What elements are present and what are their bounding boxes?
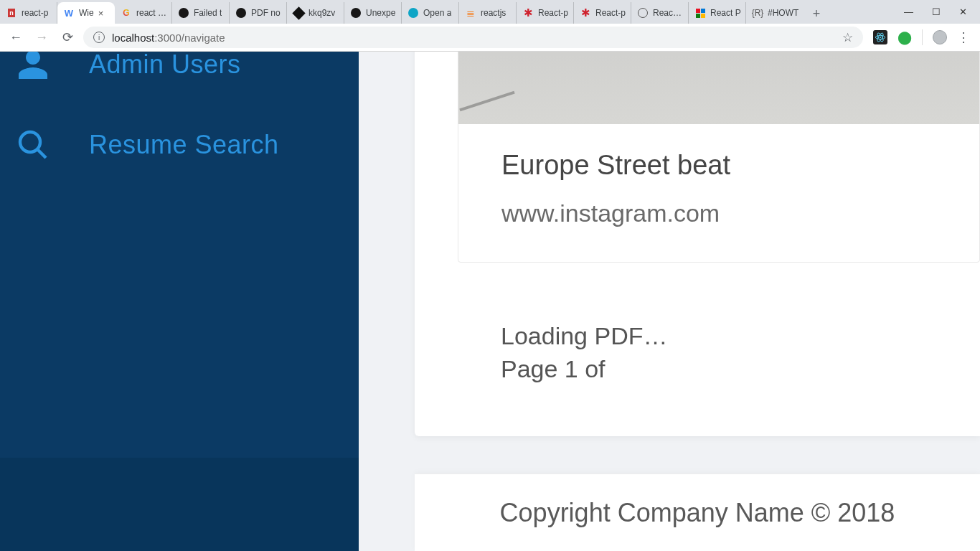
window-controls: ― ☐ ✕	[891, 0, 980, 24]
info-card: Europe Street beat www.instagram.com	[458, 52, 980, 263]
tab-label: Unexpe	[366, 8, 395, 18]
pdf-loading-text: Loading PDF…	[501, 320, 980, 353]
sidebar-footer-area	[0, 458, 359, 551]
site-info-icon[interactable]: i	[93, 32, 105, 43]
address-bar[interactable]: i localhost:3000/navigate ☆	[83, 27, 863, 48]
atom-icon: ✱	[580, 7, 591, 19]
tab-failed-github[interactable]: Failed t	[172, 2, 230, 24]
atom-icon: ✱	[522, 7, 534, 19]
tab-label: Open a	[423, 8, 451, 18]
tab-wie-active[interactable]: W Wie ×	[57, 2, 115, 24]
brace-icon: {R}	[752, 7, 763, 19]
location-pin-icon[interactable]: ⬤	[897, 29, 912, 45]
kebab-menu-button[interactable]: ⋮	[957, 29, 970, 45]
tab-react-pd-google[interactable]: G react pd	[115, 2, 172, 24]
bookmark-star-icon[interactable]: ☆	[842, 30, 853, 45]
tab-unexpe-github[interactable]: Unexpe	[344, 2, 402, 24]
tab-react-p-atom-1[interactable]: ✱ React-p	[517, 2, 574, 24]
tab-reactjs-so[interactable]: ≣ reactjs	[459, 2, 517, 24]
card-cover-image	[458, 52, 979, 124]
tab-kkq9zv-codesandbox[interactable]: kkq9zv	[287, 2, 344, 24]
sidebar: Admin Users Resume Search	[0, 52, 359, 551]
tab-open-a[interactable]: Open a	[402, 2, 459, 24]
search-icon	[14, 126, 52, 164]
tab-label: React-p	[595, 8, 626, 18]
svg-line-5	[37, 149, 46, 158]
forward-button[interactable]: →	[32, 27, 52, 47]
tab-react-p-npm[interactable]: n react-p	[0, 2, 57, 24]
github-icon	[350, 7, 362, 19]
tab-pdf-no-github[interactable]: PDF no	[230, 2, 287, 24]
google-icon: G	[121, 7, 132, 19]
tab-label: react pd	[136, 8, 167, 18]
reload-button[interactable]: ⟳	[57, 27, 77, 47]
stackoverflow-icon: ≣	[465, 7, 476, 19]
extensions-area: ⬤ ⋮	[869, 29, 974, 45]
pdf-status-block: Loading PDF… Page 1 of	[501, 320, 980, 386]
tab-label: PDF no	[251, 8, 281, 18]
card-body: Europe Street beat www.instagram.com	[458, 124, 979, 262]
toolbar-divider	[922, 29, 923, 45]
tab-label: kkq9zv	[308, 8, 335, 18]
tab-label: Failed t	[194, 8, 222, 18]
close-icon[interactable]: ×	[98, 8, 104, 19]
codesandbox-icon	[293, 7, 304, 19]
tab-label: reactjs	[481, 8, 506, 18]
browser-tab-strip: n react-p W Wie × G react pd Failed t PD…	[0, 0, 980, 24]
sidebar-item-resume-search[interactable]: Resume Search	[0, 126, 359, 164]
sidebar-item-label: Admin Users	[89, 52, 241, 80]
tab-react-p-browser[interactable]: React-P	[631, 2, 689, 24]
back-button[interactable]: ←	[6, 27, 26, 47]
pdf-page-text: Page 1 of	[501, 353, 980, 386]
window-maximize-button[interactable]: ☐	[932, 6, 941, 17]
browser-toolbar: ← → ⟳ i localhost:3000/navigate ☆ ⬤ ⋮	[0, 24, 980, 52]
window-minimize-button[interactable]: ―	[904, 6, 913, 17]
card-title: Europe Street beat	[501, 150, 979, 181]
tab-label: React-p	[538, 8, 568, 18]
tab-label: react-p	[22, 8, 48, 18]
svg-point-4	[20, 132, 40, 152]
tab-react-p-grid[interactable]: React P	[689, 2, 746, 24]
browser-icon	[637, 7, 649, 19]
address-url: localhost:3000/navigate	[112, 32, 225, 44]
github-icon	[178, 7, 189, 19]
tab-react-p-atom-2[interactable]: ✱ React-p	[574, 2, 631, 24]
wie-icon: W	[63, 7, 75, 19]
page-footer: Copyright Company Name © 2018	[415, 474, 980, 551]
sidebar-item-label: Resume Search	[89, 130, 279, 160]
user-icon	[14, 52, 52, 83]
footer-copyright: Copyright Company Name © 2018	[500, 498, 895, 528]
tab-label: #HOWT	[768, 8, 798, 18]
profile-avatar-button[interactable]	[933, 30, 947, 44]
app-page: Admin Users Resume Search Europe Street …	[0, 52, 980, 551]
svg-point-3	[880, 37, 881, 38]
tab-label: React P	[710, 8, 741, 18]
npm-icon: n	[6, 7, 17, 19]
content-panel: Europe Street beat www.instagram.com Loa…	[415, 52, 980, 436]
tab-label: React-P	[653, 8, 684, 18]
window-close-button[interactable]: ✕	[959, 6, 967, 17]
tab-howt[interactable]: {R} #HOWT	[746, 2, 804, 24]
tab-label: Wie	[79, 8, 94, 18]
sidebar-item-admin-users[interactable]: Admin Users	[0, 52, 359, 83]
github-icon	[235, 7, 247, 19]
card-subtitle: www.instagram.com	[501, 199, 979, 227]
grid-icon	[694, 7, 706, 19]
cloud-icon	[407, 7, 419, 19]
new-tab-button[interactable]: +	[806, 4, 826, 24]
main-content: Europe Street beat www.instagram.com Loa…	[359, 52, 980, 551]
react-devtools-icon[interactable]	[873, 30, 887, 44]
